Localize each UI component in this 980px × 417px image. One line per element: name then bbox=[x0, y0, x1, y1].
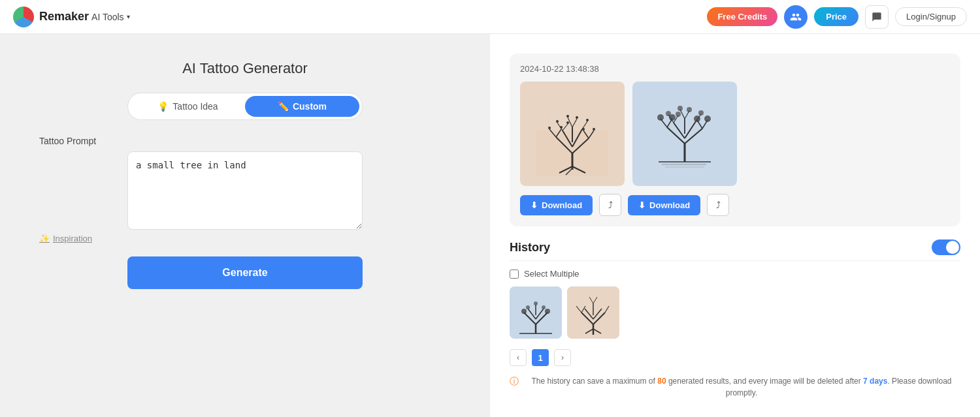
svg-line-33 bbox=[685, 129, 702, 144]
right-panel: 2024-10-22 13:48:38 bbox=[490, 34, 980, 417]
history-notice-text: The history can save a maximum of 80 gen… bbox=[523, 375, 960, 399]
svg-line-34 bbox=[674, 123, 685, 138]
current-page[interactable]: 1 bbox=[532, 349, 549, 366]
left-panel: AI Tattoo Generator 💡 Tattoo Idea ✏️ Cus… bbox=[0, 34, 490, 417]
tattoo-image-1 bbox=[520, 82, 625, 186]
history-tree-1 bbox=[510, 286, 562, 339]
navbar: Remaker AI Tools ▾ Free Credits Price Lo… bbox=[0, 0, 980, 34]
generate-button[interactable]: Generate bbox=[127, 256, 363, 289]
prompt-textarea[interactable]: a small tree in land bbox=[127, 151, 363, 230]
svg-point-22 bbox=[582, 128, 585, 131]
page-title: AI Tattoo Generator bbox=[182, 60, 308, 77]
svg-point-51 bbox=[676, 112, 681, 117]
svg-line-44 bbox=[680, 110, 685, 119]
logo-icon bbox=[13, 7, 34, 27]
tree-drawing-2 bbox=[649, 91, 721, 176]
logo[interactable]: Remaker bbox=[13, 7, 89, 27]
svg-point-21 bbox=[593, 128, 595, 131]
tab-idea-label: Tattoo Idea bbox=[172, 101, 218, 112]
price-button[interactable]: Price bbox=[814, 7, 858, 26]
history-toggle[interactable] bbox=[932, 239, 960, 255]
download-button-2[interactable]: ⬇ Download bbox=[628, 195, 700, 215]
history-thumbnails bbox=[510, 286, 960, 339]
download-button-1[interactable]: ⬇ Download bbox=[520, 195, 593, 215]
share-button-2[interactable]: ⤴ bbox=[707, 194, 729, 216]
svg-point-50 bbox=[666, 111, 671, 116]
tattoo-image-2 bbox=[632, 82, 737, 186]
history-header: History bbox=[510, 239, 960, 255]
notice-text-1: The history can save a maximum of bbox=[531, 377, 657, 386]
share-icon-1: ⤴ bbox=[608, 200, 613, 210]
nav-tools-label: AI Tools bbox=[91, 12, 124, 22]
svg-point-66 bbox=[534, 301, 538, 305]
history-thumb-2[interactable] bbox=[567, 286, 619, 339]
svg-line-18 bbox=[572, 119, 577, 127]
notice-max: 80 bbox=[657, 377, 666, 386]
tree-drawing-1 bbox=[536, 91, 608, 176]
result-timestamp: 2024-10-22 13:48:38 bbox=[520, 64, 950, 74]
svg-point-20 bbox=[560, 126, 563, 129]
svg-point-54 bbox=[687, 107, 692, 112]
svg-point-63 bbox=[545, 309, 550, 314]
svg-point-53 bbox=[678, 106, 683, 111]
feedback-icon bbox=[872, 12, 882, 22]
download-label-2: Download bbox=[649, 200, 690, 210]
brand-name: Remaker bbox=[39, 10, 89, 23]
result-image-2[interactable] bbox=[632, 82, 737, 186]
svg-point-26 bbox=[566, 115, 569, 117]
select-multiple-checkbox[interactable] bbox=[510, 270, 519, 279]
tab-custom[interactable]: ✏️ Custom bbox=[245, 96, 359, 117]
share-icon-2: ⤴ bbox=[716, 200, 721, 210]
history-tree-2 bbox=[567, 286, 619, 339]
result-image-1[interactable] bbox=[520, 82, 625, 186]
main-layout: AI Tattoo Generator 💡 Tattoo Idea ✏️ Cus… bbox=[0, 34, 980, 417]
team-icon-button[interactable] bbox=[784, 5, 808, 29]
share-button-1[interactable]: ⤴ bbox=[599, 194, 621, 216]
tab-row: 💡 Tattoo Idea ✏️ Custom bbox=[127, 93, 363, 120]
pencil-icon: ✏️ bbox=[278, 101, 289, 112]
lightbulb-icon: 💡 bbox=[157, 101, 169, 112]
result-actions: ⬇ Download ⤴ ⬇ Download ⤴ bbox=[520, 194, 950, 216]
inspiration-link[interactable]: ✨ Inspiration bbox=[39, 234, 274, 243]
history-thumb-1[interactable] bbox=[510, 286, 562, 339]
prompt-label: Tattoo Prompt bbox=[39, 136, 274, 146]
download-icon-1: ⬇ bbox=[531, 200, 538, 210]
svg-line-15 bbox=[563, 124, 568, 131]
svg-point-64 bbox=[526, 305, 530, 309]
login-button[interactable]: Login/Signup bbox=[895, 7, 967, 26]
svg-point-52 bbox=[698, 110, 704, 116]
team-icon bbox=[790, 11, 802, 23]
result-card: 2024-10-22 13:48:38 bbox=[510, 54, 960, 226]
history-select-row: Select Multiple bbox=[510, 269, 960, 279]
tab-custom-label: Custom bbox=[293, 101, 327, 112]
svg-point-25 bbox=[586, 119, 589, 121]
pagination: ‹ 1 › bbox=[510, 349, 960, 366]
history-divider bbox=[510, 260, 960, 261]
free-credits-button[interactable]: Free Credits bbox=[707, 7, 777, 26]
sparkle-icon: ✨ bbox=[39, 234, 50, 243]
svg-point-46 bbox=[657, 114, 664, 121]
notice-text-2: generated results, and every image will … bbox=[666, 377, 864, 386]
next-page-button[interactable]: › bbox=[554, 349, 571, 366]
download-label-1: Download bbox=[542, 200, 582, 210]
nav-actions: Free Credits Price Login/Signup bbox=[707, 5, 967, 29]
svg-point-49 bbox=[694, 116, 700, 122]
svg-point-19 bbox=[548, 127, 551, 129]
svg-point-65 bbox=[542, 305, 546, 309]
svg-point-23 bbox=[556, 120, 559, 123]
svg-point-24 bbox=[566, 121, 569, 124]
svg-point-27 bbox=[576, 116, 578, 119]
prev-page-button[interactable]: ‹ bbox=[510, 349, 527, 366]
tab-tattoo-idea[interactable]: 💡 Tattoo Idea bbox=[131, 96, 245, 117]
chevron-down-icon: ▾ bbox=[127, 13, 130, 20]
svg-point-62 bbox=[521, 309, 527, 314]
nav-tools-menu[interactable]: AI Tools ▾ bbox=[91, 12, 130, 22]
result-images bbox=[520, 82, 950, 186]
select-multiple-label: Select Multiple bbox=[524, 269, 580, 279]
download-icon-2: ⬇ bbox=[638, 200, 645, 210]
info-icon: ⓘ bbox=[510, 376, 519, 388]
svg-point-48 bbox=[704, 116, 711, 122]
feedback-button[interactable] bbox=[865, 5, 889, 29]
inspiration-label: Inspiration bbox=[53, 234, 92, 243]
notice-days: 7 days bbox=[863, 377, 887, 386]
